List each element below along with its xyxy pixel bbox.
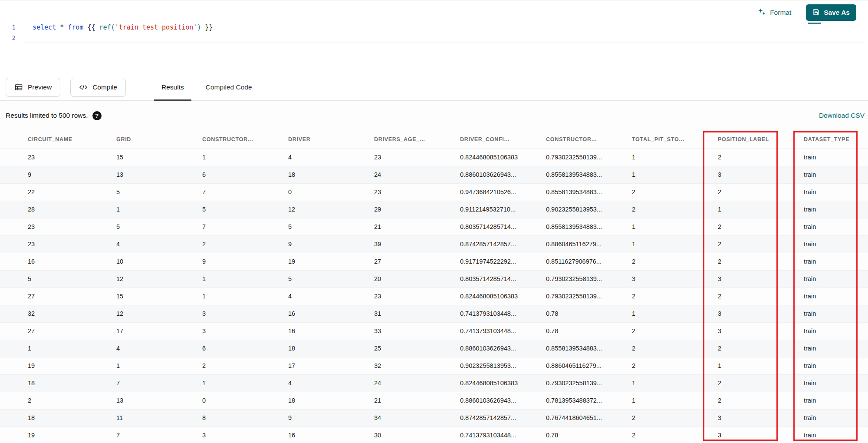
table-cell: 32 — [0, 305, 110, 322]
table-cell: 24 — [368, 374, 454, 392]
table-cell: 1 — [626, 305, 712, 322]
table-row: 213018210.8860103626943...0.781395348837… — [0, 392, 868, 409]
table-cell: 1 — [626, 235, 712, 253]
table-cell: 16 — [282, 305, 368, 322]
table-cell: 12 — [110, 270, 196, 288]
table-cell: 7 — [196, 183, 282, 201]
table-cell: 5 — [282, 270, 368, 288]
results-toolbar: Preview Compile Results Compiled Code — [0, 74, 868, 101]
table-cell: 2 — [712, 288, 798, 305]
table-row: 1610919270.9171974522292...0.85116279069… — [0, 253, 868, 270]
table-cell: 9 — [196, 253, 282, 270]
table-row: 913618240.8860103626943...0.855813953488… — [0, 166, 868, 183]
compile-button[interactable]: Compile — [70, 78, 126, 97]
tab-compiled-code[interactable]: Compiled Code — [195, 74, 263, 100]
table-cell: 3 — [196, 322, 282, 340]
table-cell: 5 — [0, 270, 110, 288]
table-cell: 16 — [282, 322, 368, 340]
table-cell: 27 — [368, 253, 454, 270]
table-cell: 0.8558139534883... — [540, 183, 626, 201]
table-cell: 1 — [626, 392, 712, 409]
question-circle-icon[interactable]: ? — [92, 111, 102, 120]
table-cell: 2 — [626, 253, 712, 270]
table-body: 231514230.8244680851063830.7930232558139… — [0, 149, 868, 443]
column-header: DATASET_TYPE — [798, 130, 868, 149]
table-cell: 3 — [712, 426, 798, 443]
download-csv-link[interactable]: Download CSV — [819, 112, 865, 119]
table-row: 271514230.8244680851063830.7930232558139… — [0, 288, 868, 305]
table-cell: 0.8860103626943... — [454, 340, 540, 357]
table-cell: train — [798, 166, 868, 183]
table-cell: 1 — [0, 340, 110, 357]
table-cell: 25 — [368, 340, 454, 357]
results-panel: Results limited to 500 rows. ? Download … — [0, 101, 868, 443]
table-cell: 0.9473684210526... — [454, 183, 540, 201]
table-row: 23575210.8035714285714...0.8558139534883… — [0, 218, 868, 235]
table-cell: 15 — [110, 149, 196, 166]
table-cell: 17 — [282, 357, 368, 374]
table-cell: 1 — [626, 218, 712, 235]
table-cell: 2 — [712, 149, 798, 166]
table-cell: 2 — [626, 183, 712, 201]
table-cell: 20 — [368, 270, 454, 288]
table-row: 23429390.8742857142857...0.8860465116279… — [0, 235, 868, 253]
table-cell: 34 — [368, 409, 454, 426]
table-cell: 0.78 — [540, 322, 626, 340]
table-cell: 0.8035714285714... — [454, 270, 540, 288]
code-token: select — [33, 23, 56, 31]
table-cell: 1 — [196, 374, 282, 392]
code-line-2: 2 — [0, 33, 868, 43]
table-cell: train — [798, 392, 868, 409]
table-cell: 0.824468085106383 — [454, 288, 540, 305]
table-cell: 11 — [110, 409, 196, 426]
code-line-content-1: select * from {{ ref('train_test_positio… — [23, 22, 863, 33]
table-cell: 0.9171974522292... — [454, 253, 540, 270]
table-cell: 1 — [110, 357, 196, 374]
code-area[interactable]: 1 select * from {{ ref('train_test_posit… — [0, 0, 868, 43]
table-cell: 4 — [110, 340, 196, 357]
table-cell: 2 — [626, 357, 712, 374]
table-cell: 29 — [368, 201, 454, 218]
table-cell: 0.7674418604651... — [540, 409, 626, 426]
tab-results[interactable]: Results — [151, 74, 195, 100]
table-cell: 3 — [626, 270, 712, 288]
table-cell: 17 — [110, 322, 196, 340]
table-cell: 7 — [196, 218, 282, 235]
code-token: ref( — [99, 23, 115, 31]
table-cell: 1 — [110, 201, 196, 218]
table-cell: 0.8511627906976... — [540, 253, 626, 270]
table-cell: 1 — [196, 270, 282, 288]
table-cell: 0.7413793103448... — [454, 322, 540, 340]
results-tabs: Results Compiled Code — [151, 74, 263, 100]
table-cell: 0.824468085106383 — [454, 374, 540, 392]
code-token — [64, 23, 68, 31]
table-cell: train — [798, 149, 868, 166]
table-cell: 0.78 — [540, 305, 626, 322]
column-header: CIRCUIT_NAME — [0, 130, 110, 149]
table-cell: 27 — [0, 288, 110, 305]
table-cell: 2 — [712, 374, 798, 392]
table-cell: 3 — [712, 166, 798, 183]
save-as-button[interactable]: Save As — [806, 4, 856, 21]
table-cell: 2 — [626, 201, 712, 218]
format-button[interactable]: Format — [754, 5, 795, 20]
table-cell: 1 — [196, 149, 282, 166]
preview-label: Preview — [28, 83, 52, 91]
table-cell: 23 — [0, 235, 110, 253]
table-cell: 9 — [0, 166, 110, 183]
preview-button[interactable]: Preview — [6, 78, 60, 97]
code-token — [56, 23, 60, 31]
table-cell: 19 — [0, 426, 110, 443]
table-cell: 12 — [110, 305, 196, 322]
table-cell: 2 — [626, 426, 712, 443]
column-header: TOTAL_PIT_STO... — [626, 130, 712, 149]
table-cell: 0.7930232558139... — [540, 149, 626, 166]
table-cell: 3 — [196, 426, 282, 443]
table-cell: 0.824468085106383 — [454, 149, 540, 166]
table-cell: 0.8860103626943... — [454, 166, 540, 183]
table-cell: 0.8742857142857... — [454, 235, 540, 253]
table-header-row: CIRCUIT_NAMEGRIDCONSTRUCTOR...DRIVERDRIV… — [0, 130, 868, 149]
code-token: ) — [197, 23, 201, 31]
table-cell: 6 — [196, 340, 282, 357]
tab-results-label: Results — [161, 83, 184, 91]
